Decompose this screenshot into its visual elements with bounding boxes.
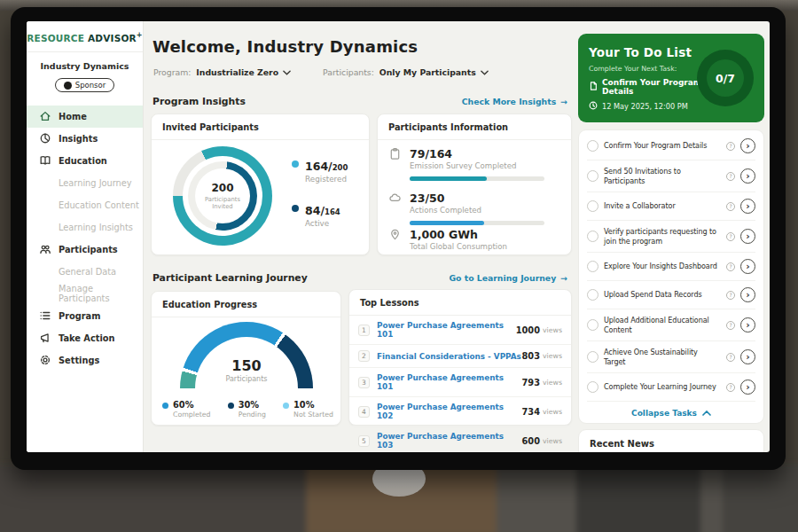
task-checkbox[interactable] [587, 231, 598, 242]
sidebar-item-learning-journey[interactable]: Learning Journey [27, 172, 143, 194]
lesson-link[interactable]: Power Purchase Agreements 102 [377, 403, 522, 420]
sidebar-item-education[interactable]: Education [27, 150, 143, 172]
clipboard-icon [388, 147, 402, 181]
stat-emission-survey: 79/164 Emission Survey Completed [388, 147, 544, 181]
task-open-button[interactable]: › [740, 349, 755, 364]
participants-select[interactable]: Only My Participants [379, 67, 489, 77]
invited-donut-chart: 200 Participants Invited [173, 146, 272, 246]
task-open-button[interactable]: › [740, 138, 755, 153]
help-icon[interactable]: ? [726, 321, 735, 330]
stat-actions: 23/50 Actions Completed [388, 192, 544, 225]
filters-row: Program: Industrialize Zero Participants… [153, 67, 489, 77]
stat-value: 23/50 [410, 192, 544, 205]
sidebar-item-participants[interactable]: Participants [27, 239, 143, 261]
sidebar-item-label: Education Content [59, 200, 139, 210]
task-open-button[interactable]: › [740, 199, 755, 214]
arrow-right-icon: → [560, 97, 567, 106]
sidebar-item-insights[interactable]: Insights [27, 128, 143, 150]
task-open-button[interactable]: › [740, 168, 755, 184]
sponsor-badge-label: Sponsor [75, 81, 106, 90]
sidebar-item-program[interactable]: Program [27, 305, 143, 327]
link-label: Go to Learning Journey [449, 273, 556, 283]
lesson-views-suffix: views [543, 437, 562, 445]
help-icon[interactable]: ? [726, 232, 735, 241]
progress-fill [410, 221, 484, 225]
legend-pending: 30% Pending [228, 400, 266, 419]
sidebar-item-learning-insights[interactable]: Learning Insights [27, 216, 143, 239]
lesson-rank: 1 [358, 325, 370, 336]
task-checkbox[interactable] [587, 200, 598, 212]
task-open-button[interactable]: › [740, 259, 755, 274]
go-to-learning-journey-link[interactable]: Go to Learning Journey → [449, 273, 567, 283]
lesson-views: 1000 [516, 325, 540, 335]
program-select[interactable]: Industrialize Zero [196, 67, 291, 77]
program-filter: Program: Industrialize Zero [153, 67, 291, 77]
help-icon[interactable]: ? [726, 383, 735, 392]
card-title: Invited Participants [152, 114, 369, 140]
help-icon[interactable]: ? [726, 142, 735, 151]
task-checkbox[interactable] [587, 381, 598, 393]
task-label: Achieve One Sustainability Target [604, 348, 721, 366]
todo-panel: Your To Do List Complete Your Next Task:… [578, 21, 764, 452]
sidebar-item-label: Program [59, 311, 100, 321]
legend-label: Pending [239, 411, 266, 419]
task-checkbox[interactable] [587, 289, 598, 301]
legend-active: 84/164 Active [292, 201, 348, 228]
sponsor-badge: Sponsor [55, 78, 115, 92]
lesson-link[interactable]: Financial Considerations - VPPAs [377, 352, 522, 361]
lesson-link[interactable]: Power Purchase Agreements 101 [377, 373, 522, 391]
stat-value: 79/164 [410, 147, 544, 160]
invited-legend: 164/200 Registered 84/164 Active [292, 157, 348, 228]
help-icon[interactable]: ? [726, 202, 735, 211]
lesson-views-suffix: views [543, 408, 562, 416]
stat-value: 1,000 GWh [410, 228, 507, 241]
sidebar-item-education-content[interactable]: Education Content [27, 194, 143, 216]
sidebar-item-label: General Data [59, 267, 116, 277]
legend-pct: 60% [173, 400, 211, 410]
sidebar-item-label: Settings [59, 356, 99, 365]
sidebar-nav: Home Insights Education Learning Journey… [27, 106, 143, 372]
sidebar-item-manage-participants[interactable]: Manage Participants [27, 283, 143, 305]
gear-icon [39, 354, 51, 366]
task-checkbox[interactable] [587, 319, 598, 331]
task-checkbox[interactable] [587, 170, 598, 182]
location-pin-icon [388, 228, 402, 251]
top-lessons-card: Top Lessons 1 Power Purchase Agreements … [348, 289, 572, 426]
lesson-link[interactable]: Power Purchase Agreements 103 [377, 432, 522, 450]
participants-select-value: Only My Participants [379, 67, 476, 77]
help-icon[interactable]: ? [726, 172, 735, 181]
sidebar-item-take-action[interactable]: Take Action [27, 327, 143, 349]
task-label: Confirm Your Program Details [604, 141, 721, 151]
program-insights-header: Program Insights Check More Insights → [153, 96, 567, 107]
legend-total: 200 [332, 163, 348, 172]
task-open-button[interactable]: › [740, 317, 755, 332]
task-open-button[interactable]: › [740, 229, 755, 244]
lesson-link[interactable]: Power Purchase Agreements 101 [377, 321, 516, 339]
task-open-button[interactable]: › [740, 379, 755, 395]
education-gauge-chart: 150 Participants [180, 322, 313, 391]
card-title: Participants Information [378, 114, 571, 140]
program-insights-title: Program Insights [153, 96, 246, 107]
page-title: Welcome, Industry Dynamics [153, 37, 418, 56]
sidebar-item-general-data[interactable]: General Data [27, 261, 143, 283]
task-row: Confirm Your Program Details ? › [587, 132, 755, 160]
help-icon[interactable]: ? [726, 262, 735, 271]
help-icon[interactable]: ? [726, 353, 735, 362]
task-label: Upload Spend Data Records [604, 290, 721, 300]
chevron-right-icon: › [746, 262, 750, 271]
check-more-insights-link[interactable]: Check More Insights → [462, 97, 567, 106]
lesson-views: 793 [522, 378, 540, 387]
participants-filter: Participants: Only My Participants [323, 67, 489, 77]
sidebar-item-home[interactable]: Home [27, 106, 143, 128]
sidebar-item-label: Insights [59, 134, 98, 144]
legend-label: Completed [173, 411, 211, 419]
collapse-tasks-link[interactable]: Collapse Tasks [587, 402, 755, 423]
task-open-button[interactable]: › [740, 287, 755, 302]
task-checkbox[interactable] [587, 351, 598, 363]
task-checkbox[interactable] [587, 261, 598, 272]
sidebar-item-label: Home [59, 112, 87, 121]
invited-participants-card: Invited Participants 200 Participants In… [151, 113, 370, 255]
sidebar-item-settings[interactable]: Settings [27, 349, 143, 372]
help-icon[interactable]: ? [726, 291, 735, 300]
task-checkbox[interactable] [587, 140, 598, 152]
